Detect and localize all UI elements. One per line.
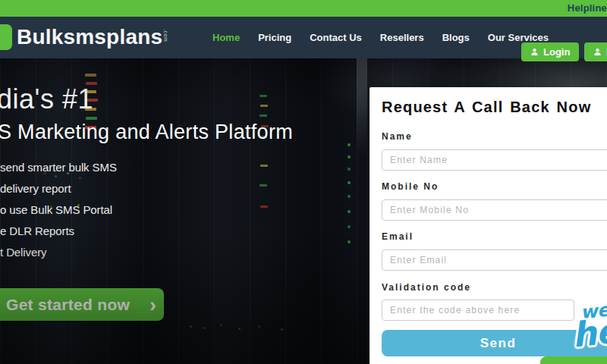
login-label: Login <box>543 46 570 58</box>
nav-item-contact-us[interactable]: Contact Us <box>310 32 362 43</box>
mobile-label: Mobile No <box>382 181 607 192</box>
led-decoration <box>348 143 351 146</box>
hero-heading-line2: S Marketing and Alerts Platform <box>0 121 293 144</box>
cta-label: Get started now <box>6 296 130 314</box>
feature-item: o use Bulk SMS Portal <box>0 199 117 221</box>
nav-menu: Home Pricing Contact Us Resellers Blogs … <box>212 17 549 58</box>
register-button[interactable]: Register <box>584 42 607 61</box>
led-decoration <box>190 325 192 328</box>
led-decoration <box>259 95 267 97</box>
email-input[interactable] <box>382 249 607 271</box>
logo-text: Bulksmsplans <box>17 24 162 50</box>
server-rack-highlight <box>357 58 367 157</box>
nav-item-home[interactable]: Home <box>212 32 240 43</box>
logo-suffix: .com <box>163 29 168 42</box>
chat-widget[interactable]: we're here <box>569 294 607 355</box>
feature-item: t Delivery <box>0 242 117 263</box>
feature-item: e DLR Reports <box>0 221 117 242</box>
nav-item-pricing[interactable]: Pricing <box>258 32 291 43</box>
mobile-input[interactable] <box>382 199 607 221</box>
email-label: Email <box>382 231 607 242</box>
chat-launcher-bar[interactable] <box>540 356 607 364</box>
validation-code-label: Validation code <box>382 282 607 293</box>
login-button[interactable]: Login <box>521 42 579 61</box>
chat-widget-text-line2: here <box>570 306 607 355</box>
user-icon <box>530 48 539 56</box>
helpline-bar: Helpline <box>0 0 607 17</box>
validation-code-input[interactable] <box>382 300 574 321</box>
name-input[interactable] <box>382 149 607 171</box>
nav-item-our-services[interactable]: Our Services <box>488 32 549 43</box>
get-started-button[interactable]: Get started now › <box>0 288 164 321</box>
logo-icon <box>0 24 12 50</box>
feature-item: send smarter bulk SMS <box>0 157 117 178</box>
name-label: Name <box>382 131 607 142</box>
feature-item: delivery report <box>0 178 117 199</box>
led-decoration <box>44 172 46 174</box>
nav-item-blogs[interactable]: Blogs <box>442 32 470 43</box>
form-title: Request A Call Back Now <box>382 99 607 116</box>
user-icon <box>593 48 602 56</box>
logo[interactable]: Bulksmsplans .com <box>0 24 168 50</box>
feature-list: send smarter bulk SMS delivery report o … <box>0 157 117 263</box>
chevron-right-icon: › <box>149 290 156 319</box>
nav-item-resellers[interactable]: Resellers <box>380 32 424 43</box>
helpline-text: Helpline <box>568 2 607 14</box>
navbar: Bulksmsplans .com Home Pricing Contact U… <box>0 17 607 58</box>
led-decoration <box>85 74 96 77</box>
hero-heading-line1: dia's #1 <box>0 83 93 115</box>
